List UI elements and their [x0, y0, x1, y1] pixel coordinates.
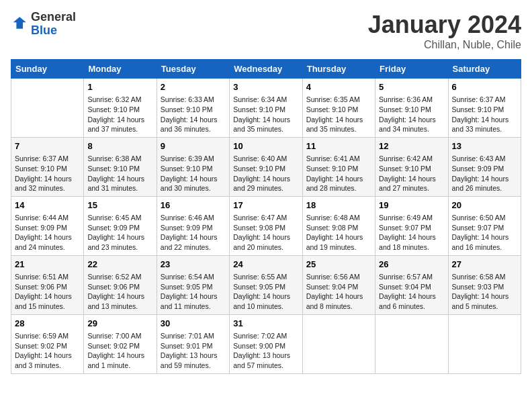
- calendar-subtitle: Chillan, Nuble, Chile: [368, 39, 521, 51]
- day-number: 28: [15, 318, 80, 330]
- weekday-monday: Monday: [84, 60, 157, 79]
- day-info: Sunrise: 7:01 AMSunset: 9:01 PMDaylight:…: [161, 331, 226, 371]
- day-info: Sunrise: 6:47 AMSunset: 9:08 PMDaylight:…: [233, 213, 298, 253]
- calendar-cell: 1Sunrise: 6:32 AMSunset: 9:10 PMDaylight…: [84, 79, 157, 138]
- logo-general-text: General: [31, 11, 76, 24]
- calendar-cell: 26Sunrise: 6:57 AMSunset: 9:04 PMDayligh…: [375, 255, 448, 314]
- calendar-cell: 9Sunrise: 6:39 AMSunset: 9:10 PMDaylight…: [157, 137, 229, 196]
- day-info: Sunrise: 6:49 AMSunset: 9:07 PMDaylight:…: [379, 213, 444, 253]
- calendar-cell: [375, 314, 448, 373]
- calendar-cell: 19Sunrise: 6:49 AMSunset: 9:07 PMDayligh…: [375, 196, 448, 255]
- calendar-body: 1Sunrise: 6:32 AMSunset: 9:10 PMDaylight…: [11, 79, 521, 374]
- day-info: Sunrise: 6:37 AMSunset: 9:10 PMDaylight:…: [452, 95, 517, 134]
- calendar-cell: 27Sunrise: 6:58 AMSunset: 9:03 PMDayligh…: [448, 255, 521, 314]
- day-number: 2: [161, 81, 226, 93]
- day-number: 30: [161, 318, 226, 330]
- calendar-cell: 17Sunrise: 6:47 AMSunset: 9:08 PMDayligh…: [230, 196, 302, 255]
- day-info: Sunrise: 6:33 AMSunset: 9:10 PMDaylight:…: [161, 95, 226, 134]
- calendar-week-4: 21Sunrise: 6:51 AMSunset: 9:06 PMDayligh…: [11, 255, 521, 314]
- calendar-cell: 20Sunrise: 6:50 AMSunset: 9:07 PMDayligh…: [448, 196, 521, 255]
- day-info: Sunrise: 7:02 AMSunset: 9:00 PMDaylight:…: [233, 331, 298, 371]
- calendar-cell: 5Sunrise: 6:36 AMSunset: 9:10 PMDaylight…: [375, 79, 448, 138]
- day-number: 3: [233, 81, 298, 93]
- day-info: Sunrise: 6:50 AMSunset: 9:07 PMDaylight:…: [452, 213, 517, 253]
- day-info: Sunrise: 6:32 AMSunset: 9:10 PMDaylight:…: [87, 95, 152, 134]
- logo-blue-text: Blue: [31, 24, 76, 38]
- day-info: Sunrise: 6:56 AMSunset: 9:04 PMDaylight:…: [306, 272, 371, 312]
- day-info: Sunrise: 6:39 AMSunset: 9:10 PMDaylight:…: [161, 154, 226, 193]
- calendar-cell: 30Sunrise: 7:01 AMSunset: 9:01 PMDayligh…: [157, 314, 229, 373]
- day-info: Sunrise: 6:37 AMSunset: 9:10 PMDaylight:…: [15, 154, 80, 193]
- calendar-cell: 18Sunrise: 6:48 AMSunset: 9:08 PMDayligh…: [302, 196, 375, 255]
- day-number: 13: [452, 140, 517, 152]
- day-number: 11: [306, 140, 371, 152]
- calendar-cell: 31Sunrise: 7:02 AMSunset: 9:00 PMDayligh…: [230, 314, 302, 373]
- calendar-header: SundayMondayTuesdayWednesdayThursdayFrid…: [11, 60, 521, 79]
- calendar-cell: 14Sunrise: 6:44 AMSunset: 9:09 PMDayligh…: [11, 196, 84, 255]
- calendar-cell: 22Sunrise: 6:52 AMSunset: 9:06 PMDayligh…: [84, 255, 157, 314]
- day-number: 29: [87, 318, 152, 330]
- calendar-table: SundayMondayTuesdayWednesdayThursdayFrid…: [11, 59, 521, 374]
- weekday-header-row: SundayMondayTuesdayWednesdayThursdayFrid…: [11, 60, 521, 79]
- day-number: 17: [233, 199, 298, 212]
- weekday-friday: Friday: [375, 60, 448, 79]
- calendar-cell: 16Sunrise: 6:46 AMSunset: 9:09 PMDayligh…: [157, 196, 229, 255]
- day-info: Sunrise: 6:42 AMSunset: 9:10 PMDaylight:…: [379, 154, 444, 193]
- calendar-cell: 3Sunrise: 6:34 AMSunset: 9:10 PMDaylight…: [230, 79, 302, 138]
- day-info: Sunrise: 6:44 AMSunset: 9:09 PMDaylight:…: [15, 213, 80, 253]
- calendar-cell: 13Sunrise: 6:43 AMSunset: 9:09 PMDayligh…: [448, 137, 521, 196]
- day-number: 9: [161, 140, 226, 152]
- day-number: 12: [379, 140, 444, 152]
- day-info: Sunrise: 6:58 AMSunset: 9:03 PMDaylight:…: [452, 272, 517, 312]
- day-number: 22: [87, 259, 152, 271]
- day-info: Sunrise: 6:36 AMSunset: 9:10 PMDaylight:…: [379, 95, 444, 134]
- day-number: 8: [87, 140, 152, 152]
- day-info: Sunrise: 6:43 AMSunset: 9:09 PMDaylight:…: [452, 154, 517, 193]
- day-number: 18: [306, 199, 371, 212]
- calendar-cell: 6Sunrise: 6:37 AMSunset: 9:10 PMDaylight…: [448, 79, 521, 138]
- day-number: 7: [15, 140, 80, 152]
- calendar-week-5: 28Sunrise: 6:59 AMSunset: 9:02 PMDayligh…: [11, 314, 521, 373]
- day-number: 16: [161, 199, 226, 212]
- day-info: Sunrise: 7:00 AMSunset: 9:02 PMDaylight:…: [87, 331, 152, 371]
- weekday-tuesday: Tuesday: [157, 60, 229, 79]
- calendar-cell: 11Sunrise: 6:41 AMSunset: 9:10 PMDayligh…: [302, 137, 375, 196]
- title-block: January 2024 Chillan, Nuble, Chile: [368, 11, 521, 51]
- weekday-wednesday: Wednesday: [230, 60, 302, 79]
- calendar-cell: [448, 314, 521, 373]
- calendar-cell: 25Sunrise: 6:56 AMSunset: 9:04 PMDayligh…: [302, 255, 375, 314]
- day-info: Sunrise: 6:59 AMSunset: 9:02 PMDaylight:…: [15, 331, 80, 371]
- page-header: General Blue January 2024 Chillan, Nuble…: [11, 11, 521, 51]
- day-info: Sunrise: 6:46 AMSunset: 9:09 PMDaylight:…: [161, 213, 226, 253]
- day-number: 10: [233, 140, 298, 152]
- calendar-cell: 21Sunrise: 6:51 AMSunset: 9:06 PMDayligh…: [11, 255, 84, 314]
- day-info: Sunrise: 6:34 AMSunset: 9:10 PMDaylight:…: [233, 95, 298, 134]
- day-number: 6: [452, 81, 517, 93]
- day-info: Sunrise: 6:45 AMSunset: 9:09 PMDaylight:…: [87, 213, 152, 253]
- day-info: Sunrise: 6:55 AMSunset: 9:05 PMDaylight:…: [233, 272, 298, 312]
- day-number: 19: [379, 199, 444, 212]
- calendar-cell: 10Sunrise: 6:40 AMSunset: 9:10 PMDayligh…: [230, 137, 302, 196]
- day-info: Sunrise: 6:57 AMSunset: 9:04 PMDaylight:…: [379, 272, 444, 312]
- calendar-cell: 24Sunrise: 6:55 AMSunset: 9:05 PMDayligh…: [230, 255, 302, 314]
- day-number: 5: [379, 81, 444, 93]
- calendar-week-2: 7Sunrise: 6:37 AMSunset: 9:10 PMDaylight…: [11, 137, 521, 196]
- day-info: Sunrise: 6:52 AMSunset: 9:06 PMDaylight:…: [87, 272, 152, 312]
- calendar-cell: [302, 314, 375, 373]
- calendar-cell: [11, 79, 84, 138]
- day-number: 27: [452, 259, 517, 271]
- day-info: Sunrise: 6:48 AMSunset: 9:08 PMDaylight:…: [306, 213, 371, 253]
- weekday-thursday: Thursday: [302, 60, 375, 79]
- day-info: Sunrise: 6:54 AMSunset: 9:05 PMDaylight:…: [161, 272, 226, 312]
- calendar-cell: 28Sunrise: 6:59 AMSunset: 9:02 PMDayligh…: [11, 314, 84, 373]
- day-info: Sunrise: 6:35 AMSunset: 9:10 PMDaylight:…: [306, 95, 371, 134]
- day-info: Sunrise: 6:38 AMSunset: 9:10 PMDaylight:…: [87, 154, 152, 193]
- weekday-sunday: Sunday: [11, 60, 84, 79]
- calendar-week-1: 1Sunrise: 6:32 AMSunset: 9:10 PMDaylight…: [11, 79, 521, 138]
- day-number: 4: [306, 81, 371, 93]
- logo-icon: [12, 15, 28, 31]
- calendar-cell: 2Sunrise: 6:33 AMSunset: 9:10 PMDaylight…: [157, 79, 229, 138]
- day-info: Sunrise: 6:41 AMSunset: 9:10 PMDaylight:…: [306, 154, 371, 193]
- calendar-cell: 4Sunrise: 6:35 AMSunset: 9:10 PMDaylight…: [302, 79, 375, 138]
- day-number: 25: [306, 259, 371, 271]
